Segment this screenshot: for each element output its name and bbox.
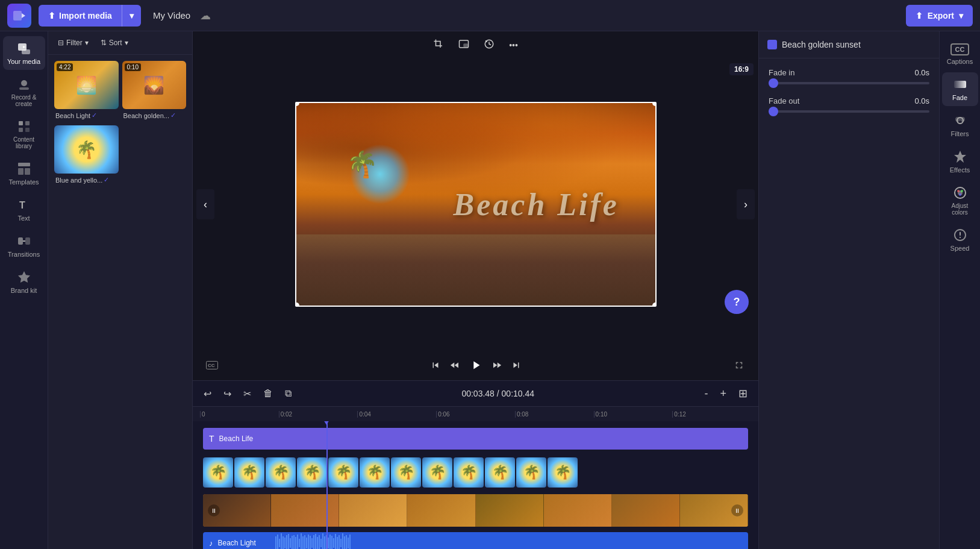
- more-tools-button[interactable]: •••: [504, 38, 523, 52]
- wave-bar: [301, 533, 302, 549]
- copy-button[interactable]: ⧉: [281, 386, 295, 401]
- svg-point-31: [959, 193, 961, 196]
- wave-bar: [346, 535, 347, 550]
- reverse-tool-button[interactable]: [479, 36, 499, 54]
- crop-tool-button[interactable]: [428, 36, 449, 54]
- captions-preview-button[interactable]: CC: [202, 356, 222, 375]
- import-media-button[interactable]: ⬆ Import media ▾: [39, 5, 141, 27]
- sticker-frame-3: 🌴: [266, 457, 296, 488]
- svg-rect-12: [18, 168, 23, 175]
- speed-icon: [953, 228, 967, 242]
- sticker-track[interactable]: 🌴 🌴 🌴 🌴 🌴 🌴 🌴 🌴 🌴 🌴 🌴 🌴: [203, 456, 748, 489]
- export-button[interactable]: ⬆ Export ▾: [906, 5, 973, 27]
- skip-to-end-button[interactable]: [507, 356, 526, 375]
- sidebar-item-record-create[interactable]: Record &create: [3, 72, 45, 112]
- help-button[interactable]: ?: [725, 290, 749, 314]
- right-panel-content: Fade in 0.0s Fade out 0.0s: [759, 58, 939, 549]
- sidebar-item-brand-kit[interactable]: Brand kit: [3, 265, 45, 299]
- sticker-frame-1: 🌴: [203, 457, 233, 488]
- wave-bar: [329, 535, 331, 549]
- fade-out-slider[interactable]: [769, 110, 929, 113]
- record-icon: [17, 77, 31, 92]
- sticker-frame-4: 🌴: [297, 457, 327, 488]
- fade-out-thumb[interactable]: [769, 107, 778, 116]
- transitions-icon: [17, 234, 31, 248]
- fade-in-row: Fade in 0.0s: [769, 68, 929, 77]
- effects-icon: [953, 149, 967, 164]
- cut-button[interactable]: ✂: [240, 386, 255, 402]
- wave-bar: [308, 535, 309, 549]
- sticker-track-row: 🌴 🌴 🌴 🌴 🌴 🌴 🌴 🌴 🌴 🌴 🌴 🌴: [200, 456, 751, 492]
- your-media-icon: [17, 41, 31, 55]
- preview-area: ••• ‹ 🌴 Beach Life 16: [193, 31, 758, 380]
- right-tool-speed[interactable]: Speed: [942, 223, 978, 257]
- sort-label: Sort: [109, 39, 122, 47]
- svg-rect-10: [25, 128, 30, 132]
- svg-text:T: T: [19, 200, 25, 210]
- sidebar-item-content-library[interactable]: Contentlibrary: [3, 115, 45, 154]
- wave-bar: [337, 537, 338, 549]
- fade-in-slider[interactable]: [769, 82, 929, 84]
- sort-button[interactable]: ⇅ Sort ▾: [97, 36, 132, 49]
- right-tool-adjust-colors[interactable]: Adjustcolors: [942, 181, 978, 221]
- right-tools: CC Captions Fade: [939, 31, 980, 549]
- preview-nav-right-button[interactable]: ›: [737, 189, 755, 219]
- skip-to-start-button[interactable]: [426, 356, 445, 375]
- wave-bar: [290, 538, 291, 548]
- svg-point-29: [957, 190, 960, 192]
- preview-nav-left-button[interactable]: ‹: [196, 189, 214, 219]
- sidebar-item-templates[interactable]: Templates: [3, 157, 45, 190]
- zoom-in-button[interactable]: +: [716, 385, 730, 403]
- fade-label: Fade: [952, 94, 967, 101]
- wave-bar: [304, 535, 305, 549]
- vf3: [339, 494, 407, 527]
- import-dropdown-arrow[interactable]: ▾: [122, 5, 141, 27]
- rewind-button[interactable]: [445, 356, 464, 375]
- wave-bar: [310, 536, 311, 549]
- video-track[interactable]: ⏸ ⏸: [203, 494, 748, 527]
- fullscreen-button[interactable]: [729, 356, 749, 375]
- filter-button[interactable]: ⊟ Filter ▾: [54, 36, 92, 49]
- sidebar-item-your-media[interactable]: Your media: [3, 36, 45, 70]
- audio-track-label: Beach Light: [218, 539, 256, 547]
- corner-handle-br[interactable]: [652, 303, 657, 307]
- video-track-pause-left[interactable]: ⏸: [208, 504, 220, 516]
- right-tool-filters[interactable]: Filters: [942, 108, 978, 142]
- play-button[interactable]: [464, 354, 487, 377]
- cloud-sync-icon: ☁: [200, 9, 211, 22]
- sidebar-item-transitions[interactable]: Transitions: [3, 229, 45, 263]
- wave-bar: [292, 536, 293, 549]
- adjust-colors-label: Adjustcolors: [952, 202, 969, 216]
- delete-button[interactable]: 🗑: [260, 386, 276, 401]
- video-track-pause-right[interactable]: ⏸: [731, 504, 743, 516]
- right-tool-effects[interactable]: Effects: [942, 145, 978, 178]
- project-title: My Video: [153, 10, 190, 20]
- pip-tool-button[interactable]: [454, 36, 474, 54]
- undo-button[interactable]: ↩: [200, 386, 215, 402]
- fade-in-thumb[interactable]: [769, 78, 778, 88]
- media-item-beach-light[interactable]: 🌅 4:22 Beach Light ✓: [54, 61, 119, 122]
- audio-track[interactable]: ♪ Beach Light: [203, 532, 748, 549]
- fit-zoom-button[interactable]: ⊞: [735, 384, 751, 403]
- vf4: [407, 494, 475, 527]
- preview-toolbar: •••: [193, 31, 758, 58]
- preview-canvas[interactable]: 🌴 Beach Life: [295, 102, 657, 307]
- text-track[interactable]: T Beach Life: [203, 428, 748, 450]
- fast-forward-button[interactable]: [487, 356, 507, 375]
- redo-button[interactable]: ↪: [220, 386, 235, 402]
- sidebar-item-text[interactable]: T Text: [3, 193, 45, 227]
- wave-bar: [348, 538, 349, 548]
- svg-point-5: [21, 80, 27, 86]
- right-tool-captions[interactable]: CC Captions: [942, 39, 978, 70]
- media-item-beach-golden[interactable]: 🌄 0:10 Beach golden... ✓: [122, 61, 187, 122]
- corner-handle-bl[interactable]: [295, 303, 299, 307]
- svg-point-24: [955, 117, 960, 122]
- media-item-blue-yellow[interactable]: 🌴 Blue and yello... ✓: [54, 125, 119, 186]
- wave-bar: [333, 538, 334, 548]
- sidebar-label-text: Text: [17, 215, 30, 222]
- right-tool-fade[interactable]: Fade: [942, 72, 978, 106]
- wave-bar: [339, 535, 340, 549]
- ruler-02: 0:02: [279, 411, 358, 418]
- zoom-out-button[interactable]: -: [701, 385, 711, 403]
- timeline-inner: T Beach Life 🌴 🌴 🌴 🌴 🌴 🌴: [193, 424, 758, 549]
